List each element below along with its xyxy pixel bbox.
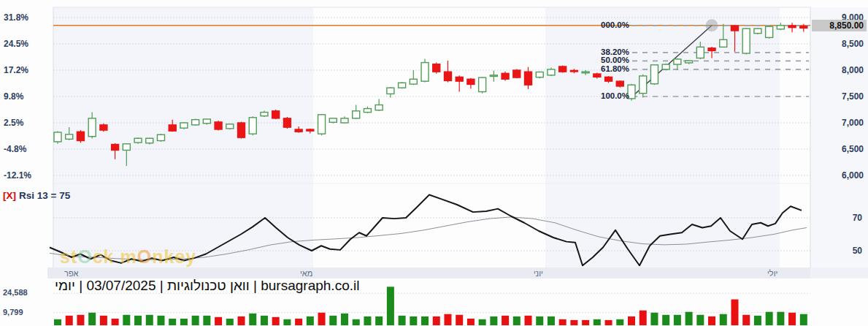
volume-bar bbox=[249, 314, 256, 325]
candle-body bbox=[226, 124, 234, 129]
volume-bar bbox=[157, 316, 164, 325]
volume-bar bbox=[169, 319, 176, 325]
fibonacci-label: 100.0% bbox=[590, 91, 629, 100]
volume-bar bbox=[640, 311, 647, 325]
candle-body bbox=[261, 113, 268, 116]
volume-bar bbox=[720, 314, 727, 325]
candle-body bbox=[513, 70, 521, 77]
volume-bar bbox=[513, 316, 521, 325]
candle-body bbox=[766, 26, 773, 37]
candle-body bbox=[674, 59, 681, 64]
candle-body bbox=[685, 61, 693, 63]
volume-bar bbox=[295, 319, 302, 325]
volume-bar bbox=[467, 319, 475, 325]
candle-body bbox=[353, 111, 360, 118]
volume-bar bbox=[123, 315, 130, 325]
candle-body bbox=[283, 118, 291, 127]
volume-bar bbox=[226, 319, 234, 325]
volume-bar bbox=[410, 316, 417, 325]
volume-bar bbox=[674, 315, 681, 325]
volume-bar bbox=[536, 316, 543, 325]
volume-bar bbox=[215, 317, 222, 325]
volume-bar bbox=[353, 319, 360, 325]
volume-bar bbox=[192, 316, 199, 325]
candle-body bbox=[88, 118, 96, 137]
volume-bar bbox=[272, 317, 280, 325]
candle-body bbox=[616, 81, 623, 86]
volume-bar bbox=[341, 314, 348, 325]
footer-separator: | bbox=[250, 278, 261, 293]
candle-body bbox=[100, 125, 107, 130]
rsi-remove-button[interactable]: [X] bbox=[3, 190, 16, 201]
volume-bar bbox=[77, 315, 84, 325]
candle-body bbox=[548, 69, 555, 75]
volume-bar bbox=[261, 316, 268, 325]
candle-body bbox=[490, 75, 497, 77]
candle-body bbox=[295, 129, 302, 132]
price-axis-label: 6,000 bbox=[842, 170, 864, 181]
rsi-title: Rsi 13 = 75 bbox=[19, 190, 70, 201]
volume-bar bbox=[88, 313, 96, 325]
volume-bar bbox=[387, 287, 394, 325]
volume-bar bbox=[203, 316, 210, 325]
volume-bar bbox=[364, 316, 371, 325]
candle-body bbox=[329, 118, 337, 122]
percent-axis-label: -12.1% bbox=[4, 170, 31, 181]
footer-segment: יומי bbox=[55, 278, 75, 293]
price-axis-label: 7,000 bbox=[842, 118, 864, 128]
candle-body bbox=[536, 72, 543, 77]
volume-bar bbox=[100, 316, 107, 325]
candle-body bbox=[66, 134, 73, 139]
candle-body bbox=[788, 26, 796, 28]
volume-bar bbox=[456, 315, 463, 325]
volume-bar bbox=[559, 319, 566, 325]
price-axis-label: 8,500 bbox=[842, 39, 864, 49]
price-axis-label: 6,500 bbox=[842, 144, 864, 154]
candle-body bbox=[479, 77, 486, 91]
volume-bar bbox=[112, 319, 119, 325]
last-price-badge: 8,850.00 bbox=[812, 20, 867, 31]
volume-bar bbox=[283, 319, 291, 325]
candle-body bbox=[169, 125, 176, 131]
candle-body bbox=[605, 77, 612, 81]
rsi-indicator-label: [X]Rsi 13 = 75 bbox=[3, 190, 70, 201]
volume-bar bbox=[582, 320, 589, 325]
candle-body bbox=[134, 138, 142, 143]
volume-bar bbox=[766, 312, 773, 325]
candle-body bbox=[467, 79, 475, 84]
volume-bar bbox=[238, 316, 245, 325]
percent-axis-label: -4.8% bbox=[4, 144, 26, 154]
percent-axis-label: 31.8% bbox=[4, 12, 28, 23]
candle-body bbox=[640, 76, 647, 94]
watermark-logo: stOck mOnkey bbox=[60, 246, 196, 268]
volume-bar bbox=[318, 313, 326, 325]
volume-bar bbox=[444, 314, 451, 325]
candle-body bbox=[157, 134, 164, 140]
month-label: יוני bbox=[534, 269, 543, 278]
candle-body bbox=[582, 72, 589, 73]
candle-body bbox=[421, 63, 429, 82]
volume-bar bbox=[180, 319, 188, 325]
footer-segment: bursagraph.co.il bbox=[261, 278, 359, 293]
percent-axis-label: 9.8% bbox=[4, 91, 23, 102]
volume-bar bbox=[146, 315, 153, 325]
candle-body bbox=[215, 122, 222, 129]
volume-axis-label: 9,799 bbox=[3, 308, 23, 316]
volume-bar bbox=[685, 312, 693, 325]
candle-body bbox=[433, 64, 440, 72]
footer-segment: וואן טכנולוגיות bbox=[167, 278, 250, 293]
volume-axis-label: 24,588 bbox=[3, 288, 28, 297]
volume-bar bbox=[525, 316, 532, 325]
candle-body bbox=[720, 39, 727, 47]
volume-bar bbox=[696, 315, 704, 325]
volume-bar bbox=[54, 319, 61, 325]
candle-body bbox=[742, 29, 750, 53]
rsi-level-label: 50 bbox=[853, 246, 862, 256]
volume-bar bbox=[616, 319, 623, 325]
footer-segment: 03/07/2025 bbox=[86, 278, 155, 293]
volume-bar bbox=[731, 300, 738, 325]
fibonacci-label: 38.20% bbox=[590, 48, 629, 56]
volume-bar bbox=[134, 316, 142, 325]
candle-body bbox=[800, 26, 807, 29]
candle-body bbox=[525, 72, 532, 85]
